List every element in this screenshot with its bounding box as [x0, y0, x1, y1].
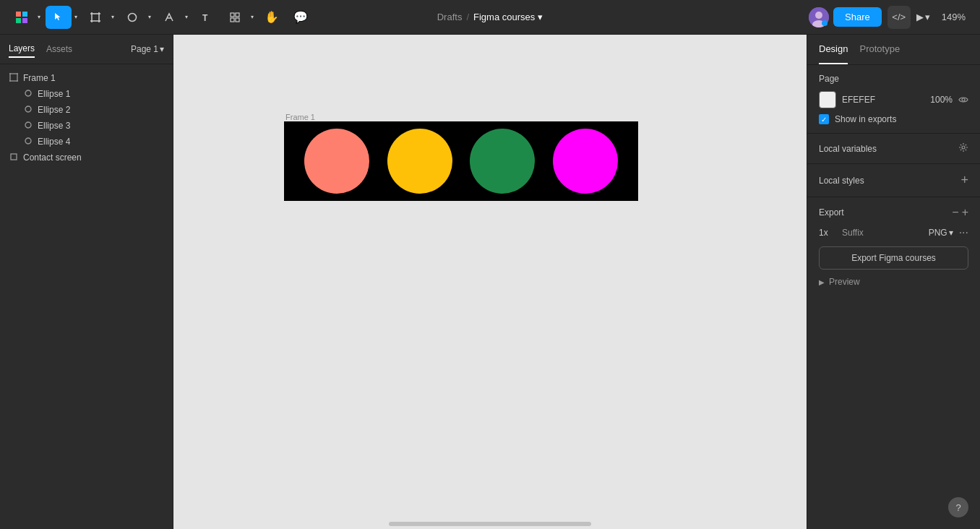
variables-settings-icon[interactable]: [958, 142, 968, 155]
page-color-opacity: 100%: [924, 95, 953, 105]
layer-item-frame1[interactable]: Frame 1: [0, 70, 173, 86]
eye-icon[interactable]: [958, 94, 968, 106]
right-tabs: Design Prototype: [807, 35, 980, 65]
export-section: Export − + 1x Suffix PNG ▾ ··· Export Fi…: [807, 197, 980, 296]
frame-tool-arrow[interactable]: ▾: [109, 6, 116, 29]
shape-tool-arrow[interactable]: ▾: [146, 6, 153, 29]
svg-point-22: [25, 90, 31, 96]
shape-tool-button[interactable]: [119, 6, 145, 29]
circle-1: [304, 129, 369, 194]
circle-3: [470, 129, 535, 194]
frame-icon: [9, 73, 19, 83]
toolbar: ▾ ▾ ▾: [0, 0, 980, 35]
svg-text:T: T: [202, 13, 208, 22]
main-menu-button[interactable]: [9, 6, 35, 29]
play-button[interactable]: ▶ ▾: [916, 12, 930, 22]
help-button[interactable]: ?: [948, 497, 968, 517]
layer-item-ellipse4[interactable]: Ellipse 4: [0, 134, 173, 150]
tab-layers[interactable]: Layers: [9, 40, 35, 58]
share-button[interactable]: Share: [833, 7, 882, 27]
export-suffix[interactable]: Suffix: [842, 228, 923, 238]
comment-tool-button[interactable]: 💬: [288, 6, 314, 29]
svg-rect-1: [22, 12, 27, 17]
page-section: Page EFEFEF 100% ✓ Show in exports: [807, 65, 980, 134]
components-tool-group: ▾: [222, 6, 256, 29]
preview-arrow-icon: ▶: [819, 278, 825, 286]
components-tool-button[interactable]: [222, 6, 248, 29]
layer-item-contact[interactable]: Contact screen: [0, 150, 173, 165]
layer-item-ellipse3[interactable]: Ellipse 3: [0, 118, 173, 134]
local-styles-title: Local styles: [819, 176, 864, 186]
circle-2: [387, 129, 452, 194]
layer-item-ellipse2[interactable]: Ellipse 2: [0, 102, 173, 118]
svg-point-8: [129, 13, 137, 21]
shape-tool-group: ▾: [119, 6, 153, 29]
frame-container[interactable]: [284, 121, 638, 201]
tab-design[interactable]: Design: [819, 35, 848, 64]
ellipse-icon-3: [23, 121, 33, 130]
canvas-scrollbar-horizontal[interactable]: [389, 522, 591, 526]
breadcrumb-project[interactable]: Figma courses ▾: [473, 12, 543, 22]
layer-label-ellipse4: Ellipse 4: [38, 137, 70, 147]
move-tool-arrow[interactable]: ▾: [72, 6, 79, 29]
export-row: 1x Suffix PNG ▾ ···: [819, 226, 968, 239]
svg-rect-12: [236, 13, 239, 17]
main-layout: Layers Assets Page 1 ▾ Frame 1: [0, 35, 980, 529]
export-more-button[interactable]: ···: [959, 226, 968, 239]
export-format-dropdown[interactable]: PNG ▾: [929, 228, 953, 238]
show-exports-checkbox[interactable]: ✓: [819, 114, 829, 124]
layer-label-ellipse2: Ellipse 2: [38, 105, 70, 115]
frame-label: Frame 1: [285, 113, 315, 121]
export-header: Export − +: [819, 206, 968, 219]
page-color-swatch[interactable]: [819, 91, 836, 108]
breadcrumb-drafts[interactable]: Drafts: [437, 12, 463, 22]
svg-point-23: [25, 106, 31, 112]
main-menu-arrow[interactable]: ▾: [35, 6, 43, 29]
export-controls: − +: [952, 206, 968, 219]
export-minus-button[interactable]: −: [952, 206, 958, 219]
export-button[interactable]: Export Figma courses: [819, 246, 968, 270]
preview-label: Preview: [829, 277, 860, 287]
layer-label-ellipse3: Ellipse 3: [38, 121, 70, 131]
pen-tool-arrow[interactable]: ▾: [183, 6, 190, 29]
local-styles-row: Local styles +: [819, 173, 968, 188]
breadcrumb-project-label: Figma courses: [473, 12, 535, 22]
toolbar-right: Share </> ▶ ▾ 149%: [809, 6, 971, 29]
hand-tool-button[interactable]: ✋: [259, 6, 285, 29]
show-exports-label: Show in exports: [835, 114, 896, 124]
panel-tab-right: Page 1 ▾: [131, 44, 164, 54]
layer-label-contact: Contact screen: [23, 152, 82, 163]
layer-label-frame1: Frame 1: [23, 73, 56, 83]
svg-point-16: [815, 12, 822, 19]
preview-row[interactable]: ▶ Preview: [819, 277, 968, 287]
text-tool-button[interactable]: T: [193, 6, 219, 29]
svg-rect-3: [22, 18, 27, 23]
components-tool-arrow[interactable]: ▾: [249, 6, 256, 29]
play-icon: ▶: [916, 12, 924, 22]
pen-tool-group: ▾: [156, 6, 190, 29]
local-variables-row: Local variables: [819, 142, 968, 155]
svg-point-24: [25, 122, 31, 128]
frame-tool-button[interactable]: [82, 6, 108, 29]
export-plus-button[interactable]: +: [962, 206, 968, 219]
export-format-arrow: ▾: [949, 228, 953, 238]
tab-prototype[interactable]: Prototype: [859, 35, 900, 64]
move-tool-button[interactable]: [46, 6, 72, 29]
breadcrumb-dropdown-icon: ▾: [538, 12, 543, 22]
page-section-title: Page: [819, 74, 839, 84]
tab-assets[interactable]: Assets: [46, 41, 72, 57]
svg-rect-2: [16, 18, 21, 23]
zoom-indicator[interactable]: 149%: [936, 9, 971, 25]
panel-tabs: Layers Assets Page 1 ▾: [0, 35, 173, 64]
checkmark-icon: ✓: [821, 116, 827, 124]
page-label: Page 1: [131, 44, 158, 54]
main-menu-group: ▾: [9, 6, 43, 29]
frame-icon-contact: [9, 153, 19, 162]
local-styles-add-icon[interactable]: +: [960, 173, 968, 188]
show-exports-row: ✓ Show in exports: [819, 114, 968, 124]
layer-item-ellipse1[interactable]: Ellipse 1: [0, 86, 173, 102]
pen-tool-button[interactable]: [156, 6, 182, 29]
page-selector[interactable]: Page 1 ▾: [131, 44, 164, 54]
ellipse-icon-4: [23, 137, 33, 146]
code-view-button[interactable]: </>: [887, 6, 911, 29]
